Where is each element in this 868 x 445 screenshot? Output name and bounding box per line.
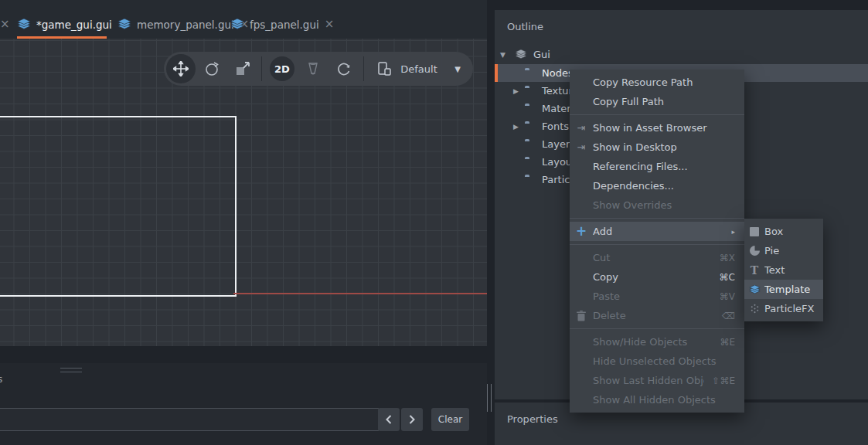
menu-item-copy-resource-path[interactable]: Copy Resource Path [570, 73, 744, 92]
gui-file-icon [17, 19, 31, 30]
menu-separator [570, 325, 744, 332]
menu-item-paste: Paste ⌘V [570, 287, 744, 306]
tab-close-icon[interactable]: × [325, 19, 335, 30]
box-node-icon [744, 227, 764, 236]
menu-item-show-last-hidden-objects: Show Last Hidden Objects ⇧⌘E [570, 371, 744, 390]
frustum-culling-button[interactable] [305, 62, 321, 76]
folder-icon [525, 70, 537, 80]
jump-to-icon: ⇥ [570, 141, 593, 153]
tab-fps-panel[interactable]: fps_panel.gui × [226, 10, 323, 39]
clear-button[interactable]: Clear [431, 408, 469, 431]
expand-arrow-icon[interactable]: ▼ [500, 51, 505, 59]
outline-panel-title: Outline [507, 21, 543, 32]
shortcut-label: ⌫ [722, 311, 735, 321]
template-node-icon [744, 285, 764, 294]
collapse-arrow-icon[interactable]: ▶ [513, 87, 519, 95]
vertical-splitter-handle[interactable] [487, 384, 492, 412]
menu-item-show-hide-objects: Show/Hide Objects ⌘E [570, 332, 744, 352]
tree-row-gui[interactable]: ▼ Gui [495, 46, 868, 63]
folder-icon [525, 176, 537, 186]
shortcut-label: ⇧⌘E [712, 375, 735, 386]
context-menu: Copy Resource Path Copy Full Path ⇥ Show… [570, 70, 744, 413]
menu-item-add[interactable]: + Add ▸ [570, 222, 744, 241]
folder-icon [525, 87, 537, 97]
2d-toggle-button[interactable]: 2D [270, 56, 294, 81]
console-clipped-label: s [0, 374, 2, 385]
tab-label: fps_panel.gui [250, 19, 319, 31]
folder-icon [525, 158, 537, 168]
clipped-tab-close-icon[interactable]: × [0, 19, 10, 30]
add-submenu: Box Pie T Text Template ParticleFX [744, 219, 823, 321]
scene-viewport[interactable]: 2D Default ▼ 500 1000 1500 2000 2500 30 [0, 39, 487, 346]
tree-row-label: Fonts [542, 121, 569, 132]
chevron-left-icon [385, 415, 393, 424]
editor-tab-bar: × *game_gui.gui × memory_panel.gui × fps… [0, 0, 487, 39]
menu-item-show-overrides: Show Overrides [570, 195, 744, 215]
console-search-input[interactable] [0, 408, 380, 431]
rotate-icon [204, 61, 220, 76]
selection-accent-bar [495, 64, 498, 82]
move-icon [173, 61, 189, 76]
find-previous-button[interactable] [378, 408, 400, 431]
reset-view-icon [336, 61, 352, 76]
find-next-button[interactable] [401, 408, 423, 431]
text-node-icon: T [744, 265, 764, 276]
horizontal-splitter-handle[interactable] [60, 368, 82, 372]
toolbar-separator [363, 56, 364, 81]
submenu-item-pie[interactable]: Pie [744, 241, 823, 260]
profile-select-value[interactable]: Default [400, 63, 437, 75]
device-profile-icon [376, 61, 392, 76]
menu-separator [570, 111, 744, 118]
submenu-item-particlefx[interactable]: ParticleFX [744, 299, 823, 318]
menu-item-dependencies[interactable]: Dependencies... [570, 176, 744, 195]
2d-toggle-badge: 2D [270, 56, 294, 81]
chevron-down-icon[interactable]: ▼ [454, 65, 461, 73]
toolbar-separator [261, 56, 262, 81]
gui-file-icon [117, 19, 131, 30]
rotate-tool-button[interactable] [204, 61, 220, 76]
shortcut-label: ⌘X [720, 253, 735, 263]
submenu-item-text[interactable]: T Text [744, 260, 823, 280]
menu-item-copy-full-path[interactable]: Copy Full Path [570, 92, 744, 111]
submenu-item-template[interactable]: Template [744, 280, 823, 299]
menu-separator [570, 241, 744, 248]
menu-item-referencing-files[interactable]: Referencing Files... [570, 157, 744, 176]
menu-separator [570, 215, 744, 222]
trash-icon [570, 311, 593, 321]
tab-memory-panel[interactable]: memory_panel.gui × [113, 10, 230, 39]
tab-label: memory_panel.gui [137, 19, 234, 31]
menu-item-show-in-desktop[interactable]: ⇥ Show in Desktop [570, 138, 744, 157]
jump-to-icon: ⇥ [570, 122, 593, 134]
properties-panel-title: Properties [507, 413, 558, 425]
folder-icon [525, 123, 537, 133]
menu-item-hide-unselected-objects: Hide Unselected Objects [570, 352, 744, 371]
folder-icon [525, 105, 537, 115]
scale-tool-button[interactable] [235, 61, 250, 76]
move-tool-button[interactable] [166, 54, 196, 83]
tree-row-label: Nodes [542, 67, 574, 79]
particlefx-node-icon [744, 304, 764, 314]
shortcut-label: ⌘V [720, 291, 735, 302]
gui-scene-icon [515, 49, 527, 59]
shortcut-label: ⌘E [720, 337, 735, 348]
submenu-item-box[interactable]: Box [744, 222, 823, 241]
tree-row-label: Gui [533, 49, 550, 60]
x-axis-line [233, 293, 487, 294]
menu-item-cut: Cut ⌘X [570, 248, 744, 267]
plus-icon: + [570, 225, 593, 238]
menu-item-show-in-asset-browser[interactable]: ⇥ Show in Asset Browser [570, 118, 744, 138]
frustum-camera-icon [305, 62, 321, 76]
chevron-right-icon [408, 415, 416, 424]
gui-file-icon [230, 19, 244, 30]
collapse-arrow-icon[interactable]: ▶ [513, 123, 519, 131]
menu-item-copy[interactable]: Copy ⌘C [570, 267, 744, 287]
shortcut-label: ⌘C [720, 272, 735, 283]
reset-view-button[interactable] [336, 61, 352, 76]
menu-item-show-all-hidden-objects: Show All Hidden Objects [570, 390, 744, 409]
console-panel: s Clear [0, 363, 487, 445]
tab-game-gui[interactable]: *game_gui.gui × [12, 10, 119, 39]
pie-node-icon [744, 246, 764, 256]
folder-icon [525, 141, 537, 151]
submenu-arrow-icon: ▸ [731, 228, 735, 236]
scale-icon [235, 61, 250, 76]
